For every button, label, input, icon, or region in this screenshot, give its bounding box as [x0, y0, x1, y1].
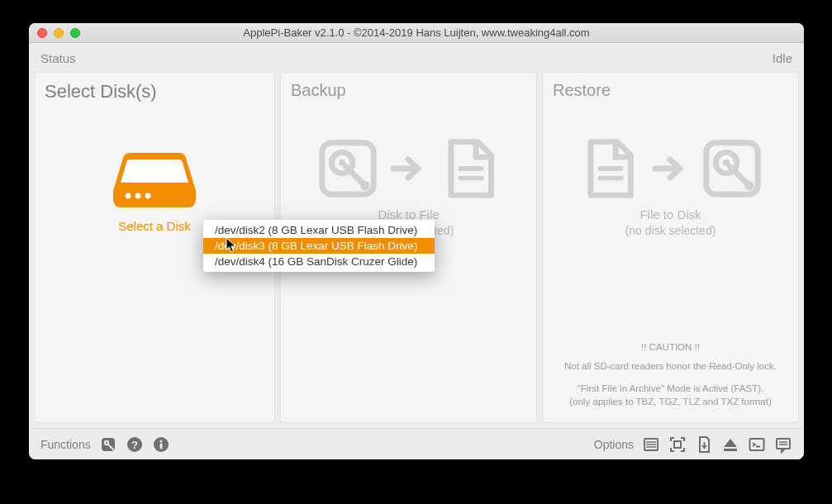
svg-point-14 [744, 181, 754, 191]
window-title: ApplePi-Baker v2.1.0 - ©2014-2019 Hans L… [29, 26, 804, 39]
restore-label: File to Disk [553, 207, 788, 221]
arrow-right-icon [652, 150, 690, 188]
svg-text:?: ? [131, 438, 138, 450]
panel-title-restore: Restore [553, 81, 788, 100]
terminal-icon[interactable] [748, 435, 766, 454]
chat-icon[interactable] [774, 435, 792, 454]
status-label: Status [40, 51, 76, 65]
list-view-icon[interactable] [642, 435, 660, 454]
svg-point-17 [106, 441, 107, 443]
svg-point-6 [360, 181, 370, 191]
svg-rect-27 [674, 441, 681, 448]
disk-dropdown[interactable]: /dev/disk2 (8 GB Lexar USB Flash Drive) … [203, 220, 435, 272]
svg-rect-29 [750, 439, 764, 450]
file-target-icon [440, 138, 501, 199]
dropdown-item[interactable]: /dev/disk2 (8 GB Lexar USB Flash Drive) [203, 222, 435, 238]
eject-icon[interactable] [721, 435, 739, 454]
select-disk-label: Select a Disk [118, 219, 191, 233]
restore-graphic[interactable] [553, 138, 788, 199]
svg-point-1 [135, 193, 141, 199]
traffic-lights [37, 28, 80, 38]
footer-left: Functions ? [40, 435, 170, 454]
status-row: Status Idle [29, 43, 804, 72]
svg-point-21 [159, 440, 162, 442]
minimize-icon[interactable] [54, 28, 64, 38]
file-down-icon[interactable] [695, 435, 713, 454]
caution-line1: Not all SD-card readers honor the Read-O… [551, 359, 790, 373]
arrow-right-icon [390, 150, 428, 188]
backup-graphic[interactable] [291, 138, 526, 199]
panel-restore: Restore File to [542, 72, 799, 423]
disk-target-icon [701, 138, 763, 199]
titlebar: ApplePi-Baker v2.1.0 - ©2014-2019 Hans L… [29, 23, 804, 43]
file-source-icon [579, 138, 640, 199]
dropdown-item[interactable]: /dev/disk3 (8 GB Lexar USB Flash Drive) [203, 238, 435, 254]
svg-rect-28 [724, 449, 737, 451]
info-icon[interactable] [152, 435, 170, 454]
restore-sub: (no disk selected) [553, 224, 788, 237]
disk-source-icon [317, 138, 378, 199]
caution-title: !! CAUTION !! [551, 340, 790, 354]
svg-rect-22 [159, 443, 162, 449]
panel-title-select: Select Disk(s) [45, 81, 264, 102]
zoom-icon[interactable] [70, 28, 80, 38]
svg-rect-31 [777, 439, 790, 449]
dropdown-item[interactable]: /dev/disk4 (16 GB SanDisk Cruzer Glide) [203, 254, 435, 269]
caution-line2: "First File in Archive" Mode is Active (… [551, 382, 790, 396]
panel-title-backup: Backup [291, 81, 526, 100]
caution-line3: (only applies to TBZ, TGZ, TLZ and TXZ f… [551, 395, 790, 409]
expand-icon[interactable] [668, 435, 687, 454]
caution-block: !! CAUTION !! Not all SD-card readers ho… [551, 340, 790, 409]
footer: Functions ? Options [29, 428, 804, 459]
svg-point-2 [145, 193, 151, 199]
options-label: Options [594, 438, 634, 451]
help-icon[interactable]: ? [126, 435, 144, 454]
footer-right: Options [594, 435, 792, 454]
svg-point-0 [126, 193, 131, 199]
status-value: Idle [773, 51, 792, 65]
functions-label: Functions [40, 438, 91, 451]
close-icon[interactable] [37, 28, 47, 38]
hard-drive-icon [113, 148, 196, 209]
disk-info-icon[interactable] [99, 435, 117, 454]
